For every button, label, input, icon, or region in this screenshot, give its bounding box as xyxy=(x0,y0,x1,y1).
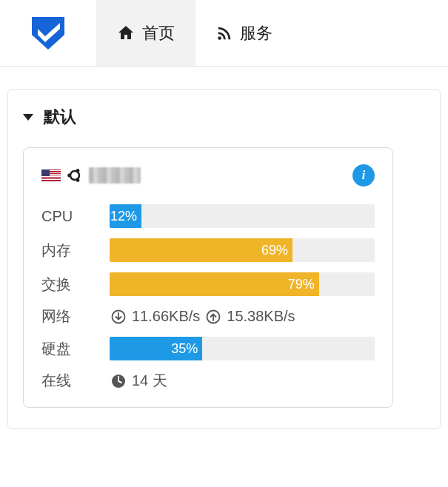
logo[interactable] xyxy=(0,0,96,66)
stat-memory-label: 内存 xyxy=(41,241,110,261)
stat-swap-label: 交换 xyxy=(41,275,110,295)
download-speed: 11.66KB/s xyxy=(132,308,200,325)
download-icon xyxy=(110,308,127,326)
svg-point-2 xyxy=(67,174,71,178)
stat-uptime-row: 在线 14 天 xyxy=(41,371,375,391)
cpu-progress-fill: 12% xyxy=(110,204,141,228)
nav-service-label: 服务 xyxy=(240,22,273,44)
disk-progress: 35% xyxy=(110,337,375,360)
stat-disk-label: 硬盘 xyxy=(41,339,110,359)
server-card: i CPU 12% 内存 69% 交换 79% 网络 xyxy=(23,147,393,408)
server-group-panel: 默认 i CPU 12% xyxy=(7,89,441,429)
flag-us-icon xyxy=(41,169,61,181)
nav-home[interactable]: 首页 xyxy=(96,0,195,66)
swap-progress: 79% xyxy=(110,272,375,296)
disk-progress-fill: 35% xyxy=(110,337,202,360)
stat-network-row: 网络 11.66KB/s 15.38KB/s xyxy=(41,306,375,326)
shield-logo-icon xyxy=(27,13,69,54)
info-button[interactable]: i xyxy=(352,164,375,187)
upload-speed: 15.38KB/s xyxy=(227,308,295,325)
stat-cpu-row: CPU 12% xyxy=(41,204,375,228)
caret-down-icon xyxy=(23,114,33,121)
svg-point-4 xyxy=(76,178,80,182)
host-identity xyxy=(41,167,141,184)
clock-icon xyxy=(110,372,127,390)
top-navigation: 首页 服务 xyxy=(0,0,448,67)
stat-swap-row: 交换 79% xyxy=(41,272,375,296)
svg-point-0 xyxy=(218,36,221,40)
rss-icon xyxy=(216,25,233,41)
hostname-redacted xyxy=(89,167,141,184)
svg-point-3 xyxy=(76,169,80,172)
stat-memory-row: 内存 69% xyxy=(41,238,375,262)
uptime-text: 14 天 xyxy=(132,371,167,391)
cpu-progress: 12% xyxy=(110,204,375,228)
nav-home-label: 首页 xyxy=(142,22,175,44)
panel-title: 默认 xyxy=(44,106,76,128)
memory-progress-fill: 69% xyxy=(110,238,292,262)
memory-progress: 69% xyxy=(110,238,375,262)
swap-progress-fill: 79% xyxy=(110,272,319,296)
stat-disk-row: 硬盘 35% xyxy=(41,337,375,360)
card-header: i xyxy=(41,164,375,187)
network-value: 11.66KB/s 15.38KB/s xyxy=(110,308,295,326)
stat-cpu-label: CPU xyxy=(41,208,110,225)
uptime-value: 14 天 xyxy=(110,371,167,391)
ubuntu-icon xyxy=(67,167,83,184)
nav-service[interactable]: 服务 xyxy=(195,0,293,66)
panel-header[interactable]: 默认 xyxy=(23,106,425,128)
upload-icon xyxy=(204,308,222,326)
home-icon xyxy=(117,24,135,42)
stat-uptime-label: 在线 xyxy=(41,371,110,391)
stat-network-label: 网络 xyxy=(41,306,110,326)
